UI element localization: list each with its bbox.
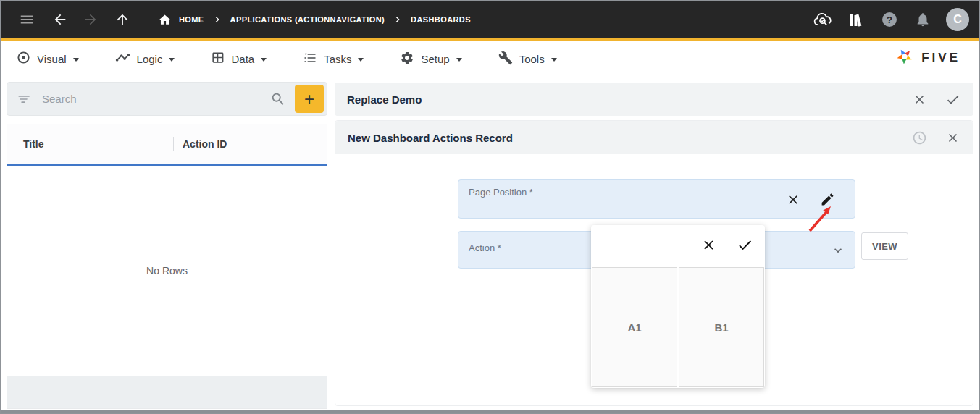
history-clock-icon[interactable]: [912, 130, 927, 145]
chevron-down-icon: [551, 58, 557, 62]
topbar-actions: ? C: [813, 8, 969, 31]
list-header-row: Title Action ID: [7, 124, 327, 166]
view-button[interactable]: VIEW: [861, 232, 908, 260]
chevron-down-icon: [169, 58, 175, 62]
column-divider: [173, 137, 174, 151]
plus-icon: +: [304, 89, 314, 109]
close-record-icon[interactable]: [946, 131, 960, 145]
forward-arrow-icon[interactable]: [80, 9, 101, 30]
confirm-check-icon[interactable]: [945, 92, 960, 107]
cloud-search-icon[interactable]: [813, 9, 833, 30]
search-input[interactable]: [42, 93, 270, 105]
notifications-bell-icon[interactable]: [913, 9, 933, 30]
breadcrumb-applications[interactable]: APPLICATIONS (ACTIONNAVIGATION): [230, 15, 385, 24]
filter-icon[interactable]: [17, 92, 32, 106]
tools-icon: [498, 51, 513, 67]
chevron-right-icon: [392, 14, 403, 25]
menu-visual[interactable]: Visual: [17, 51, 79, 67]
page-position-field[interactable]: Page Position *: [458, 179, 855, 219]
gear-icon: [400, 51, 414, 67]
cancel-icon[interactable]: [913, 93, 926, 106]
library-books-icon[interactable]: [846, 9, 866, 30]
list-footer: [7, 376, 327, 408]
chevron-right-icon: [212, 14, 223, 25]
five-pinwheel-icon: [894, 46, 916, 70]
popup-cancel-icon[interactable]: [701, 237, 716, 255]
column-header-action-id[interactable]: Action ID: [183, 138, 227, 150]
menu-bar: Visual Logic Data Tasks Setup Tools: [1, 43, 979, 75]
clear-field-icon[interactable]: [786, 193, 800, 207]
popup-header: [591, 225, 765, 267]
svg-text:?: ?: [887, 14, 892, 25]
chevron-down-icon: [358, 58, 364, 62]
position-cell-b1[interactable]: B1: [679, 267, 764, 387]
records-list: Title Action ID No Rows: [7, 124, 327, 409]
position-cell-a1[interactable]: A1: [592, 267, 677, 387]
breadcrumb-dashboards[interactable]: DASHBOARDS: [411, 15, 471, 24]
hamburger-menu-icon[interactable]: [17, 9, 37, 30]
chevron-down-icon: [456, 58, 462, 62]
page-title: Replace Demo: [347, 93, 422, 106]
menu-logic[interactable]: Logic: [115, 50, 175, 67]
add-record-button[interactable]: +: [295, 85, 324, 113]
window-bottom-edge: [1, 410, 979, 413]
menu-tasks[interactable]: Tasks: [303, 51, 364, 67]
menu-setup[interactable]: Setup: [400, 51, 461, 67]
data-table-icon: [211, 51, 225, 67]
brand-name: FIVE: [921, 51, 960, 65]
no-rows-label: No Rows: [146, 265, 188, 276]
edit-pencil-icon[interactable]: [820, 192, 835, 207]
app-window: HOME APPLICATIONS (ACTIONNAVIGATION) DAS…: [0, 0, 980, 414]
back-arrow-icon[interactable]: [50, 9, 70, 30]
up-arrow-icon[interactable]: [112, 9, 133, 30]
breadcrumb-home[interactable]: HOME: [179, 15, 204, 24]
page-position-picker-popup: A1 B1: [591, 225, 765, 388]
record-header-bar: New Dashboard Actions Record: [335, 121, 973, 154]
chevron-down-icon: [261, 58, 267, 62]
list-empty-state: No Rows: [7, 166, 327, 376]
user-avatar[interactable]: C: [946, 8, 969, 31]
menu-tools[interactable]: Tools: [498, 51, 557, 67]
help-icon[interactable]: ?: [879, 9, 900, 30]
logic-icon: [115, 50, 130, 67]
top-navbar: HOME APPLICATIONS (ACTIONNAVIGATION) DAS…: [1, 1, 979, 41]
menu-data[interactable]: Data: [211, 51, 267, 67]
page-header-bar: Replace Demo: [335, 83, 973, 116]
chevron-down-icon: [73, 58, 79, 62]
five-brand-logo: FIVE: [894, 46, 960, 70]
visual-icon: [17, 51, 30, 67]
search-icon[interactable]: [270, 91, 286, 107]
popup-confirm-icon[interactable]: [737, 237, 753, 256]
tasks-checklist-icon: [303, 51, 317, 67]
sidebar-search-bar: +: [7, 82, 327, 116]
record-title: New Dashboard Actions Record: [348, 132, 513, 144]
dropdown-chevron-icon[interactable]: [831, 243, 845, 258]
home-icon[interactable]: [154, 9, 175, 30]
column-header-title[interactable]: Title: [23, 138, 164, 150]
action-label: Action *: [469, 242, 501, 253]
popup-grid: A1 B1: [592, 267, 764, 387]
page-position-label: Page Position *: [469, 187, 533, 198]
